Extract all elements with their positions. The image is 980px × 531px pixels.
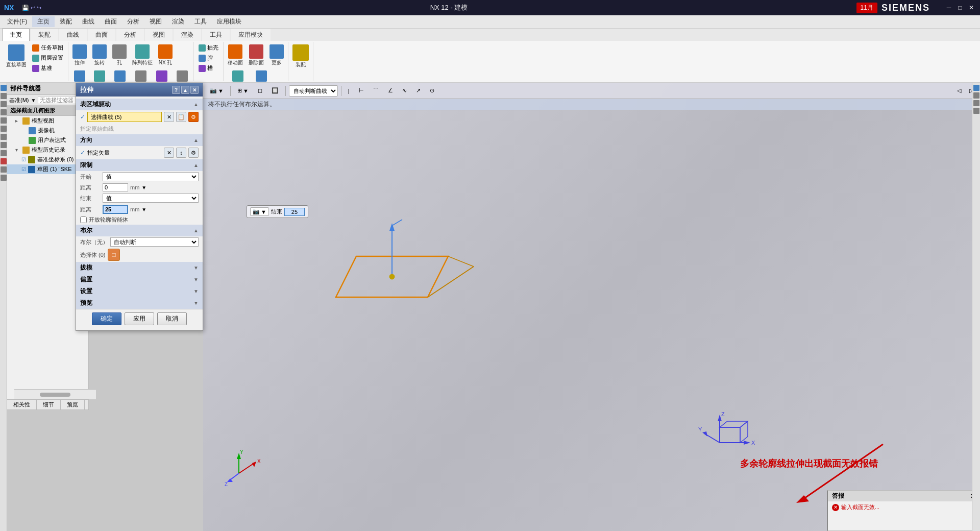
direction-reverse-button[interactable]: ↕: [176, 148, 186, 158]
ribbon-btn-unite[interactable]: 合并: [90, 69, 109, 83]
section-table-region[interactable]: 表区域驱动 ▲: [76, 99, 203, 110]
profile-copy-button[interactable]: 📋: [176, 112, 186, 122]
vt-icon-3[interactable]: ⌒: [370, 85, 382, 97]
direction-clear-button[interactable]: ✕: [164, 148, 174, 158]
tab-curve[interactable]: 曲线: [59, 29, 87, 41]
nav-scroll[interactable]: [14, 389, 96, 399]
snap-curve-select[interactable]: 自动判断曲线: [289, 85, 338, 96]
save-icon[interactable]: 💾: [22, 5, 29, 11]
sidebar-icon-9[interactable]: [1, 150, 7, 156]
ribbon-btn-modify[interactable]: 修剪体: [152, 69, 172, 83]
vt-icon-7[interactable]: ⊙: [426, 85, 438, 97]
smart-body-checkbox[interactable]: [80, 216, 87, 223]
start-distance-input[interactable]: [103, 183, 128, 191]
rt-icon-1[interactable]: [973, 85, 979, 91]
tab-render[interactable]: 渲染: [174, 29, 201, 41]
vt-maximize-left[interactable]: ◁: [953, 85, 965, 97]
ribbon-btn-groove[interactable]: 槽: [196, 63, 215, 73]
ribbon-btn-edge-blend[interactable]: 边倒圆: [110, 69, 130, 83]
tab-assembly[interactable]: 装配: [31, 29, 58, 41]
ribbon-btn-hole[interactable]: 孔: [110, 43, 129, 68]
profile-options-button[interactable]: ⚙: [188, 112, 199, 122]
apply-button[interactable]: 应用: [125, 312, 154, 325]
menu-render[interactable]: 渲染: [167, 16, 189, 27]
vt-camera-btn[interactable]: 📷▼: [206, 85, 227, 97]
ribbon-btn-shell[interactable]: 抽壳: [196, 43, 221, 53]
ribbon-btn-reset[interactable]: 直接草图: [4, 43, 29, 70]
menu-assembly[interactable]: 装配: [55, 16, 77, 27]
ribbon-btn-offset-region[interactable]: 偏置区域: [226, 69, 250, 83]
rt-icon-4[interactable]: [973, 108, 979, 114]
ribbon-btn-array[interactable]: 阵列特征: [130, 43, 155, 68]
section-draft[interactable]: 拔模 ▼: [76, 262, 203, 274]
ribbon-btn-task[interactable]: 任务草图: [30, 43, 66, 53]
start-type-select[interactable]: 值: [103, 172, 199, 181]
direction-options-button[interactable]: ⚙: [188, 148, 199, 158]
menu-curve[interactable]: 曲线: [77, 16, 100, 27]
section-settings[interactable]: 设置 ▼: [76, 285, 203, 297]
menu-apps[interactable]: 应用模块: [212, 16, 247, 27]
tab-view[interactable]: 视图: [145, 29, 173, 41]
tab-analysis[interactable]: 分析: [116, 29, 144, 41]
ribbon-btn-assembly[interactable]: 装配: [290, 43, 311, 70]
section-preview[interactable]: 预览 ▼: [76, 297, 203, 309]
ribbon-btn-replace-face[interactable]: 替换面: [252, 69, 271, 83]
tab-relations[interactable]: 相关性: [7, 400, 37, 409]
menu-surface[interactable]: 曲面: [100, 16, 122, 27]
section-limits[interactable]: 限制 ▲: [76, 159, 203, 171]
menu-analysis[interactable]: 分析: [122, 16, 144, 27]
ribbon-btn-extrude[interactable]: 拉伸: [70, 43, 89, 68]
filter-dropdown-arrow[interactable]: ▼: [31, 98, 36, 103]
end-unit-dropdown-arrow[interactable]: ▼: [141, 207, 146, 212]
menu-tools[interactable]: 工具: [189, 16, 212, 27]
profile-clear-button[interactable]: ✕: [164, 112, 174, 122]
dialog-help-button[interactable]: ?: [172, 86, 180, 94]
sidebar-icon-1[interactable]: [1, 85, 7, 91]
menu-home[interactable]: 主页: [32, 16, 55, 27]
vt-icon-6[interactable]: ↗: [412, 85, 424, 97]
sidebar-icon-7[interactable]: [1, 134, 7, 140]
rt-icon-3[interactable]: [973, 100, 979, 106]
vt-render-btn[interactable]: 🔲: [268, 85, 282, 97]
sidebar-icon-10[interactable]: [1, 158, 7, 164]
section-direction[interactable]: 方向 ▲: [76, 134, 203, 146]
sidebar-icon-12[interactable]: [1, 175, 7, 181]
redo-icon[interactable]: ↪: [37, 5, 41, 11]
end-distance-input[interactable]: [103, 205, 128, 214]
ribbon-btn-more-features[interactable]: 更多: [173, 69, 191, 83]
end-type-select[interactable]: 值: [103, 194, 199, 203]
ok-button[interactable]: 确定: [92, 312, 121, 325]
vt-icon-1[interactable]: |: [345, 85, 353, 97]
tab-detail[interactable]: 细节: [37, 400, 61, 409]
tab-surface[interactable]: 曲面: [88, 29, 115, 41]
ribbon-btn-delete-face[interactable]: 删除面: [247, 43, 266, 68]
tab-home[interactable]: 主页: [2, 29, 30, 41]
scroll-thumb[interactable]: [40, 393, 70, 397]
menu-file[interactable]: 文件(F): [2, 16, 32, 27]
ribbon-btn-layer[interactable]: 图层设置: [30, 53, 66, 63]
ribbon-btn-nxsk[interactable]: NX 孔: [156, 43, 175, 68]
boolean-type-select[interactable]: 自动判断: [110, 237, 199, 247]
sidebar-icon-4[interactable]: [1, 109, 7, 115]
section-boolean[interactable]: 布尔 ▲: [76, 225, 203, 236]
undo-icon[interactable]: ↩: [31, 5, 35, 11]
vt-snap-btn[interactable]: ⊞▼: [234, 85, 252, 97]
section-offset[interactable]: 偏置 ▼: [76, 274, 203, 285]
cancel-button[interactable]: 取消: [157, 312, 187, 325]
sidebar-icon-11[interactable]: [1, 166, 7, 173]
menu-view[interactable]: 视图: [144, 16, 167, 27]
dialog-titlebar[interactable]: 拉伸 ? ▲ ✕: [76, 83, 203, 96]
sidebar-icon-8[interactable]: [1, 142, 7, 148]
vt-icon-2[interactable]: ⊢: [355, 85, 368, 97]
close-button[interactable]: ✕: [967, 3, 976, 12]
sidebar-icon-6[interactable]: [1, 126, 7, 132]
ribbon-btn-section[interactable]: 基准: [30, 63, 66, 73]
vt-icon-4[interactable]: ∠: [384, 85, 397, 97]
tab-preview-nav[interactable]: 预览: [61, 400, 85, 409]
dialog-expand-button[interactable]: ▲: [181, 86, 189, 94]
ribbon-btn-rect[interactable]: 长方体: [131, 69, 151, 83]
vt-icon-5[interactable]: ∿: [399, 85, 410, 97]
tab-tools[interactable]: 工具: [202, 29, 230, 41]
mt-camera-btn[interactable]: 📷▼: [250, 207, 269, 216]
maximize-button[interactable]: □: [955, 3, 965, 12]
